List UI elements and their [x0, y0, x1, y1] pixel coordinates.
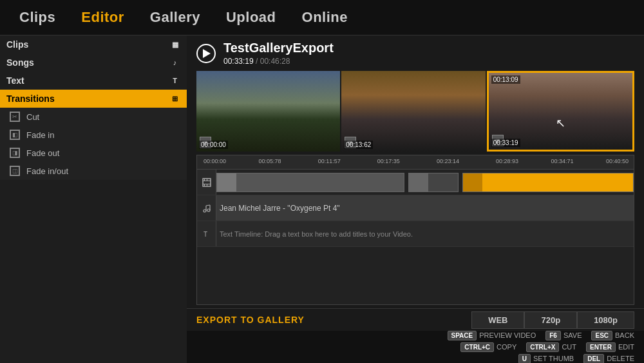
thumb-2[interactable]: ▦ 00:13:62	[341, 71, 485, 152]
svg-rect-2	[203, 184, 211, 184]
hint-setthumb: U SET THUMB	[518, 354, 574, 364]
hint-cut: CTRL+X CUT	[526, 342, 576, 352]
ruler-marks: 00:00:00 00:05:78 00:11:57 00:17:35 00:2…	[204, 155, 627, 169]
fade-out-icon: ◨	[10, 148, 20, 158]
play-triangle-icon	[203, 49, 211, 58]
text-track-icon-svg: T	[202, 230, 211, 239]
audio-label: Jean Michel Jarre - "Oxygene Pt 4"	[220, 204, 340, 213]
clip-thumb-small-3	[463, 173, 482, 191]
video-clip-3[interactable]	[462, 173, 634, 192]
hint-save-label: SAVE	[564, 331, 582, 339]
hint-edit-label: EDIT	[618, 343, 634, 351]
nav-gallery[interactable]: Gallery	[150, 9, 200, 26]
sidebar-item-songs[interactable]: Songs ♪	[0, 54, 187, 72]
thumb-1-time: 00:00:00	[199, 141, 228, 149]
hint-row-2: CTRL+C COPY CTRL+X CUT ENTER EDIT	[196, 342, 634, 352]
export-options: WEB 720p 1080p	[471, 311, 634, 329]
export-1080p[interactable]: 1080p	[577, 311, 634, 329]
sidebar-label-transitions: Transitions	[6, 93, 55, 104]
hint-cut-label: CUT	[562, 343, 576, 351]
svg-rect-4	[207, 179, 207, 181]
cut-icon: ✂	[10, 112, 20, 122]
thumb-3-time-bottom: 00:33:19	[491, 139, 520, 147]
fade-in-icon: ◧	[10, 130, 20, 140]
current-time: 00:33:19	[223, 57, 254, 66]
transition-fade-out[interactable]: ◨ Fade out	[0, 144, 187, 162]
transition-cut[interactable]: ✂ Cut	[0, 108, 187, 126]
thumb-1[interactable]: ▦ 00:00:00	[196, 71, 340, 152]
transition-fade-in[interactable]: ◧ Fade in	[0, 126, 187, 144]
nav-editor[interactable]: Editor	[81, 9, 124, 26]
nav-upload[interactable]: Upload	[226, 9, 276, 26]
sidebar-item-text[interactable]: Text T	[0, 72, 187, 90]
sidebar-item-clips[interactable]: Clips ▦	[0, 35, 187, 54]
svg-rect-3	[204, 179, 205, 181]
ruler-mark-2: 00:11:57	[318, 158, 341, 164]
kbd-del: DEL	[583, 354, 604, 364]
hint-delete-label: DELETE	[607, 355, 634, 362]
video-clip-1[interactable]	[216, 173, 404, 192]
hint-edit: ENTER EDIT	[586, 342, 634, 352]
clip-thumb-small-1	[217, 173, 236, 191]
kbd-space: SPACE	[448, 331, 477, 340]
ruler-mark-0: 00:00:00	[204, 158, 226, 164]
nav-online[interactable]: Online	[302, 9, 348, 26]
time-separator: /	[256, 57, 260, 66]
kbd-f6: F6	[545, 331, 561, 340]
ruler-mark-1: 00:05:78	[259, 158, 281, 164]
timeline-area: 00:00:00 00:05:78 00:11:57 00:17:35 00:2…	[196, 155, 634, 305]
export-bar: EXPORT TO GALLERY WEB 720p 1080p	[187, 308, 644, 331]
thumbnails-row: ▦ 00:00:00 ▦ 00:13:62 ↖ ▦ 00:13:09 00:33…	[187, 71, 644, 152]
transitions-sub-items: ✂ Cut ◧ Fade in ◨ Fade out ◫ Fade in/out	[0, 108, 187, 180]
transitions-icon: ⊞	[169, 93, 180, 104]
export-label: EXPORT TO GALLERY	[196, 315, 305, 325]
svg-text:T: T	[204, 231, 207, 238]
cursor-icon: ↖	[556, 116, 565, 130]
preview-info: TestGalleryExport 00:33:19 / 00:46:28	[223, 41, 334, 66]
content-area: TestGalleryExport 00:33:19 / 00:46:28 ▦ …	[187, 35, 644, 363]
preview-time: 00:33:19 / 00:46:28	[223, 57, 334, 66]
music-icon	[202, 204, 211, 213]
kbd-esc: ESC	[591, 331, 612, 340]
transition-fade-in-out[interactable]: ◫ Fade in/out	[0, 162, 187, 180]
fade-in-out-icon: ◫	[10, 166, 20, 176]
text-icon: T	[169, 75, 180, 86]
svg-rect-6	[207, 184, 207, 186]
preview-title: TestGalleryExport	[223, 41, 334, 55]
fade-in-out-label: Fade in/out	[26, 166, 68, 176]
thumb-2-time: 00:13:62	[344, 141, 373, 149]
sidebar-label-songs: Songs	[6, 57, 34, 68]
clips-icon: ▦	[169, 39, 180, 50]
kbd-u: U	[518, 354, 531, 364]
total-time: 00:46:28	[260, 57, 290, 66]
songs-icon: ♪	[169, 57, 180, 68]
text-track-icon: T	[197, 221, 216, 246]
thumb-1-scene: ▦	[196, 71, 340, 152]
cut-label: Cut	[26, 112, 39, 122]
sidebar-item-transitions[interactable]: Transitions ⊞	[0, 90, 187, 108]
text-track: T Text Timeline: Drag a text box here to…	[197, 221, 634, 247]
ruler-mark-3: 00:17:35	[377, 158, 400, 164]
video-clip-2[interactable]	[408, 173, 459, 192]
hint-copy-label: COPY	[497, 343, 516, 351]
main-layout: Clips ▦ Songs ♪ Text T Transitions ⊞	[0, 35, 644, 363]
clip-thumb-small-2	[409, 173, 428, 191]
video-track-content[interactable]	[216, 170, 634, 195]
thumb-3[interactable]: ↖ ▦ 00:13:09 00:33:19	[487, 71, 634, 152]
thumb-2-scene: ▦	[341, 71, 485, 152]
svg-line-11	[206, 205, 210, 206]
text-track-content[interactable]: Text Timeline: Drag a text box here to a…	[216, 221, 634, 246]
ruler-mark-6: 00:34:71	[551, 158, 574, 164]
top-nav: Clips Editor Gallery Upload Online	[0, 0, 644, 35]
play-button[interactable]	[196, 44, 216, 63]
ruler-mark-4: 00:23:14	[437, 158, 459, 164]
svg-point-8	[207, 209, 210, 211]
film-icon	[202, 178, 211, 187]
sidebar-label-clips: Clips	[6, 39, 28, 50]
nav-clips[interactable]: Clips	[19, 9, 55, 26]
audio-track-content: Jean Michel Jarre - "Oxygene Pt 4"	[216, 195, 634, 221]
video-track	[197, 170, 634, 195]
video-track-icon	[197, 170, 216, 195]
export-720p[interactable]: 720p	[524, 311, 577, 329]
export-web[interactable]: WEB	[471, 311, 524, 329]
